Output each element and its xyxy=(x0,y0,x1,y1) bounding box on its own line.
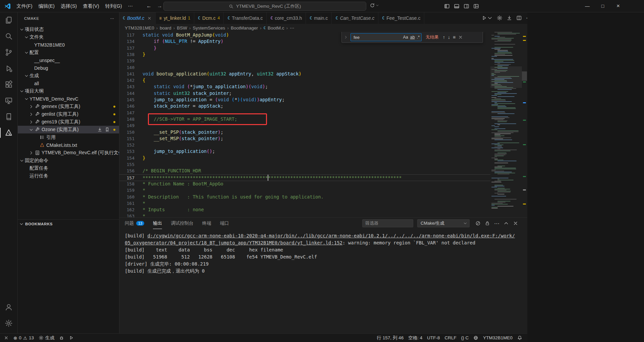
code-line[interactable]: 142{ xyxy=(119,77,490,84)
more-actions-icon[interactable]: ⋯ xyxy=(110,16,114,21)
tree-item-固定的命令[interactable]: 固定的命令 xyxy=(17,157,119,164)
code-line[interactable]: 146 stack_pointer = appStack; xyxy=(119,103,490,110)
code-line[interactable]: 145 jump_to_application = (void (*)(void… xyxy=(119,97,490,103)
split-editor-icon[interactable] xyxy=(516,15,522,21)
tab-BootM.c[interactable]: CBootM.c xyxy=(119,12,156,24)
code-line[interactable]: 137 } xyxy=(119,45,490,52)
menu-查看(V)[interactable]: 查看(V) xyxy=(80,0,102,12)
activity-run-and-debug[interactable] xyxy=(0,60,17,76)
code-line[interactable]: 162* Inputs : none xyxy=(119,207,490,213)
whole-word-toggle[interactable]: ab xyxy=(410,35,415,40)
tab-main.c[interactable]: Cmain.c xyxy=(306,12,332,24)
tree-item-引用[interactable]: 引用 xyxy=(17,133,119,141)
find-previous-icon[interactable]: ↑ xyxy=(443,35,445,40)
breadcrumb-item[interactable]: BootManager xyxy=(231,25,258,31)
status-indentation[interactable]: 空格: 4 xyxy=(406,334,425,342)
code-line[interactable]: 150 __set_PSP(stack_pointer); xyxy=(119,129,490,136)
sync-dropdown[interactable] xyxy=(370,3,379,8)
tree-item-Ozone (实用工具)[interactable]: Ozone (实用工具) xyxy=(17,126,119,133)
match-case-toggle[interactable]: Aa xyxy=(403,35,408,40)
tree-item-genlist (实用工具)[interactable]: genlist (实用工具) xyxy=(17,110,119,118)
menu-选择(S)[interactable]: 选择(S) xyxy=(58,0,80,12)
tree-item-Debug[interactable]: Debug xyxy=(17,64,119,72)
tree-item-gennex (实用工具)[interactable]: gennex (实用工具) xyxy=(17,103,119,110)
tab-Dcm.c[interactable]: CDcm.c4 xyxy=(194,12,224,24)
scrollbar-thumb[interactable] xyxy=(522,71,527,81)
export-icon[interactable] xyxy=(506,15,512,21)
command-center[interactable]: YTMEVB_Demo_RevC (工作区) xyxy=(163,2,366,11)
breadcrumb-item[interactable]: BSW xyxy=(177,25,187,31)
tab-Fee_TestCase.c[interactable]: CFee_TestCase.c xyxy=(378,12,424,24)
code-line[interactable]: 163* xyxy=(119,213,490,217)
code-line[interactable]: 154} xyxy=(119,155,490,162)
code-line[interactable]: 138} xyxy=(119,51,490,58)
activity-account[interactable] xyxy=(0,299,17,315)
code-line[interactable]: 157*************************************… xyxy=(119,174,490,181)
status-encoding[interactable]: UTF-8 xyxy=(425,334,442,342)
tree-item-项目状态[interactable]: 项目状态 xyxy=(17,25,119,33)
status-eol[interactable]: CRLF xyxy=(442,334,459,342)
status-notifications[interactable] xyxy=(515,334,525,342)
breadcrumb-item[interactable]: SystemServices xyxy=(193,25,225,31)
code-editor[interactable]: 117static void BootM_AppJump(void)134 if… xyxy=(119,32,527,217)
status-cmake-build[interactable]: 生成 xyxy=(36,334,57,342)
code-line[interactable]: 158* Function Name : BootM_AppGo xyxy=(119,181,490,187)
panel-tab-问题[interactable]: 问题13 xyxy=(125,218,144,229)
status-debug-target[interactable] xyxy=(57,334,66,342)
activity-explorer[interactable] xyxy=(0,12,17,28)
tree-item-__unspec__[interactable]: __unspec__ xyxy=(17,56,119,64)
output-filter-input[interactable]: 筛选器 xyxy=(362,219,413,227)
close-button[interactable]: × xyxy=(610,0,626,12)
run-or-debug-icon[interactable] xyxy=(481,15,493,21)
maximize-button[interactable]: □ xyxy=(595,0,610,12)
code-line[interactable]: 151 __set_MSP(stack_pointer); xyxy=(119,135,490,142)
breadcrumb-file[interactable]: BootM.c xyxy=(268,25,284,31)
bookmark-icon[interactable] xyxy=(105,127,110,132)
back-icon[interactable]: ← xyxy=(146,3,152,9)
forward-icon[interactable]: → xyxy=(157,3,162,9)
activity-source-control[interactable] xyxy=(0,44,17,60)
tree-item-gens19 (实用工具)[interactable]: gens19 (实用工具) xyxy=(17,118,119,126)
code-line[interactable]: 160* Description : This function is used… xyxy=(119,194,490,201)
panel-tab-端口[interactable]: 端口 xyxy=(220,218,229,229)
tree-item-配置[interactable]: 配置 xyxy=(17,49,119,56)
status-cmake-kit[interactable]: YTM32B1ME0 xyxy=(481,334,515,342)
lock-scrolling-icon[interactable] xyxy=(485,221,490,226)
code-line[interactable]: 161* xyxy=(119,200,490,207)
code-line[interactable]: 143 static void (*jump_to_application)(v… xyxy=(119,83,490,90)
tab-Can_TestCase.c[interactable]: CCan_TestCase.c xyxy=(332,12,378,24)
breadcrumb-symbol-more[interactable]: ⋯ xyxy=(290,25,294,31)
tree-item-项目大纲[interactable]: 项目大纲 xyxy=(17,87,119,95)
tree-item-配置任务[interactable]: 配置任务 xyxy=(17,164,119,172)
code-line[interactable]: 159* xyxy=(119,187,490,194)
panel-tab-调试控制台[interactable]: 调试控制台 xyxy=(171,218,194,229)
menu-编辑(E)[interactable]: 编辑(E) xyxy=(36,0,58,12)
bookmarks-section-header[interactable]: BOOKMARKS xyxy=(17,219,119,228)
activity-extensions[interactable] xyxy=(0,76,17,93)
breadcrumb-item[interactable]: board xyxy=(160,25,171,31)
activity-cmake[interactable] xyxy=(0,125,17,141)
activity-settings[interactable] xyxy=(0,315,17,331)
code-line[interactable]: 140 xyxy=(119,64,490,71)
code-line[interactable]: 156/* BEGIN_FUNCTION_HDR xyxy=(119,168,490,174)
remote-indicator[interactable] xyxy=(1,334,11,342)
panel-tab-终端[interactable]: 终端 xyxy=(202,218,211,229)
download-icon[interactable] xyxy=(97,127,102,132)
tab-yt_linker.ld[interactable]: ≡yt_linker.ld1 xyxy=(156,12,194,24)
find-expand-icon[interactable] xyxy=(344,35,348,39)
minimap[interactable] xyxy=(490,32,522,217)
tree-item-运行任务[interactable]: 运行任务 xyxy=(17,172,119,180)
tree-item-YTMEVB_Demo_RevC[interactable]: YTMEVB_Demo_RevC xyxy=(17,95,119,103)
clear-output-icon[interactable] xyxy=(475,221,481,226)
output-link[interactable]: 05_oxygenerator/04_project/18_BT_jumpto_… xyxy=(125,240,342,245)
code-line[interactable]: 155 xyxy=(119,161,490,168)
activity-search[interactable] xyxy=(0,28,17,44)
minimize-button[interactable]: — xyxy=(580,0,595,12)
toggle-panel-icon[interactable] xyxy=(452,2,461,10)
tree-item-YTMEVB_Demo_RevC.elf (可执行文件)[interactable]: YTMEVB_Demo_RevC.elf (可执行文件) xyxy=(17,149,119,157)
status-cursor-position[interactable]: 行 157, 列 46 xyxy=(375,334,406,342)
breadcrumb-item[interactable]: YTM32B1ME0 xyxy=(125,25,154,31)
status-launch-target[interactable] xyxy=(66,334,76,342)
toggle-secondary-sidebar-icon[interactable] xyxy=(462,2,470,10)
status-language[interactable]: {} C xyxy=(459,334,471,342)
